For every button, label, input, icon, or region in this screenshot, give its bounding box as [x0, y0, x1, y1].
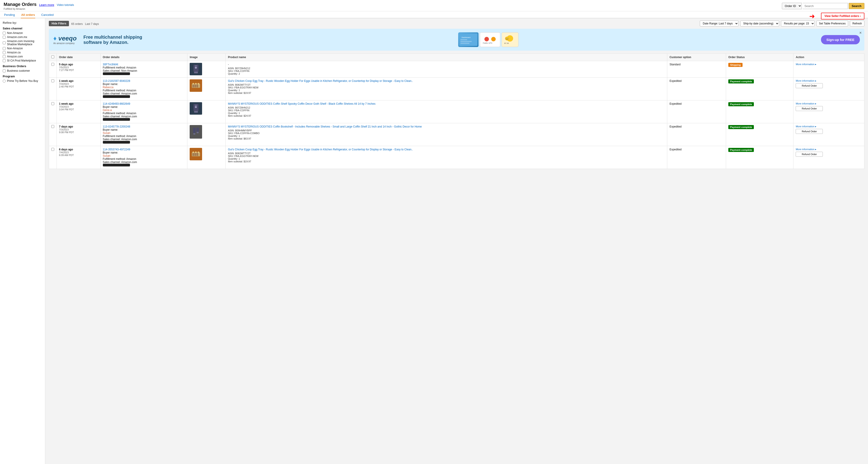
filter-amazon-mx[interactable]: Amazon.com.mx	[3, 35, 42, 39]
row2-more-info[interactable]: More information ▸	[796, 80, 862, 82]
row3-product-link[interactable]: MANNY'S MYSTERIOUS ODDITIES Coffin Shelf…	[228, 102, 375, 105]
row1-sales-channel: Sales channel: Non-Amazon	[103, 69, 137, 72]
row1-product: - ASIN: B07Z8HN212 SKU: FBA-COFFIN Quant…	[225, 61, 667, 78]
date-range-select[interactable]: Date Range: Last 7 days	[700, 21, 739, 27]
order-count: 65 orders Last 7 days	[71, 22, 99, 26]
filter-prime-try-radio[interactable]	[3, 80, 6, 83]
row3-customer-option: Expedited	[667, 100, 726, 123]
row3-buyer-label: Buyer name:	[103, 105, 118, 109]
row5-select[interactable]	[51, 148, 54, 151]
row3-select[interactable]	[51, 102, 54, 105]
signup-button[interactable]: Sign-up for FREE	[821, 35, 860, 44]
filter-business-customer[interactable]: Business customer	[3, 69, 42, 72]
row4-select[interactable]	[51, 125, 54, 128]
row1-status: Shipping	[726, 61, 794, 78]
svg-rect-28	[193, 127, 196, 133]
hide-filters-button[interactable]: Hide Filters	[49, 21, 69, 26]
row1-product-img	[190, 63, 202, 75]
row5-details: 114-3553743-4972249 Buyer name: Susan Fu…	[100, 146, 187, 169]
row5-product-link[interactable]: Gui's Chicken Coop Egg Tray - Rustic Woo…	[228, 148, 413, 151]
select-all-checkbox[interactable]	[51, 55, 54, 58]
row5-action: More information ▸ Refund Order	[794, 146, 864, 169]
results-per-page-select[interactable]: Results per page: 15	[781, 21, 815, 27]
view-seller-fulfilled-btn[interactable]: View Seller Fulfilled orders ›	[821, 13, 865, 20]
row3-more-info[interactable]: More information ▸	[796, 102, 862, 105]
row2-refund-btn[interactable]: Refund Order	[796, 83, 823, 88]
row1-order-id[interactable]: 30FTm3h64t	[103, 63, 118, 66]
sidebar: Refine by: Sales channel Non-Amazon Amaz…	[0, 18, 45, 464]
ad-logo-text: ♦ veeqo	[53, 35, 76, 42]
filter-amazon-ca-checkbox[interactable]	[3, 51, 6, 54]
row4-order-id[interactable]: 113-0245778-2200248	[103, 125, 130, 128]
row2-order-id[interactable]: 113-2181597-9040228	[103, 80, 130, 83]
svg-rect-30	[193, 133, 195, 134]
header-left: Manage Orders Learn more Video tutorials…	[4, 2, 74, 10]
search-button[interactable]: Search	[849, 3, 864, 9]
refresh-button[interactable]: Refresh	[850, 21, 864, 27]
filter-business-customer-checkbox[interactable]	[3, 69, 6, 72]
svg-rect-25	[194, 111, 198, 113]
filter-amazon-invoicing-checkbox[interactable]	[3, 41, 6, 44]
view-seller-fulfilled-button[interactable]: View Seller Fulfilled orders ›	[821, 13, 865, 20]
filter-si-ca-checkbox[interactable]	[3, 59, 6, 62]
svg-rect-3	[460, 41, 472, 42]
filter-si-ca[interactable]: SI CA Prod Marketplace	[3, 59, 42, 62]
ship-by-select[interactable]: Ship-by date (ascending)	[740, 21, 779, 27]
row3-refund-btn[interactable]: Refund Order	[796, 106, 823, 111]
row2-buyer-name: Rebecca	[103, 86, 114, 89]
row4-customer-option: Expedited	[667, 123, 726, 146]
ad-logo: ♦ veeqo An amazon company	[53, 35, 76, 44]
filter-bar: Hide Filters 65 orders Last 7 days Date …	[49, 21, 864, 27]
th-product-name: Product name	[225, 54, 667, 61]
row2-select[interactable]	[51, 80, 54, 82]
filter-non-amazon-1[interactable]: Non-Amazon	[3, 31, 42, 35]
svg-point-37	[195, 152, 197, 153]
row5-refund-btn[interactable]: Refund Order	[796, 152, 823, 157]
row5-more-info[interactable]: More information ▸	[796, 148, 862, 151]
row3-buyer-name: Gene-a	[103, 109, 112, 112]
row4-refund-btn[interactable]: Refund Order	[796, 129, 823, 134]
row3-status-badge: Payment complete	[728, 102, 754, 106]
tab-pending[interactable]: Pending	[4, 11, 16, 18]
row4-action: More information ▸ Refund Order	[794, 123, 864, 146]
set-table-prefs-button[interactable]: Set Table Preferences	[816, 21, 848, 27]
row3-product: MANNY'S MYSTERIOUS ODDITIES Coffin Shelf…	[225, 100, 667, 123]
business-orders-title: Business Orders	[3, 64, 42, 68]
row2-product-link[interactable]: Gui's Chicken Coop Egg Tray - Rustic Woo…	[228, 80, 413, 83]
learn-more-link[interactable]: Learn more	[39, 3, 54, 6]
ad-banner: ♦ veeqo An amazon company Free multichan…	[49, 29, 864, 51]
filter-amazon-invoicing[interactable]: Amazon.com Invoicing Shadow Marketplace	[3, 39, 42, 46]
filter-non-amazon-2[interactable]: Non-Amazon	[3, 47, 42, 50]
row1-customer-option: Standard	[667, 61, 726, 78]
tab-all-orders[interactable]: All orders	[21, 11, 35, 18]
filter-amazon-com-checkbox[interactable]	[3, 55, 6, 58]
row1-select[interactable]	[51, 63, 54, 66]
filter-non-amazon-1-checkbox[interactable]	[3, 32, 6, 35]
row2-checkbox	[49, 78, 57, 100]
ad-image-3: 😊$7.36	[502, 32, 519, 47]
row4-more-info[interactable]: More information ▸	[796, 125, 862, 128]
row2-image	[187, 78, 225, 100]
row4-product-link[interactable]: MANNY'S MYSTERIOUS ODDITIES Coffin Books…	[228, 125, 422, 128]
order-count-sub: Last 7 days	[85, 22, 99, 26]
row3-order-id[interactable]: 114-4249493-8602649	[103, 102, 130, 105]
filter-non-amazon-2-checkbox[interactable]	[3, 47, 6, 50]
tab-canceled[interactable]: Canceled	[41, 11, 54, 18]
filter-prime-try[interactable]: Prime Try Before You Buy	[3, 80, 42, 83]
ad-close-button[interactable]: ×	[859, 31, 862, 35]
row1-more-info[interactable]: More information ▸	[796, 63, 862, 66]
row5-order-id[interactable]: 114-3553743-4972249	[103, 148, 130, 151]
filter-amazon-com[interactable]: Amazon.com	[3, 55, 42, 58]
page-title: Manage Orders	[4, 2, 37, 7]
table-row: 6 days ago 7/4/2023 6:09 AM PDT 114-3553…	[49, 146, 864, 169]
search-type-select[interactable]: Order ID	[782, 3, 802, 9]
video-tutorials-link[interactable]: Video tutorials	[57, 3, 74, 6]
table-row: 5 days ago 7/5/2023 7:27 PM PDT 30FTm3h6…	[49, 61, 864, 78]
filter-amazon-ca[interactable]: Amazon.ca	[3, 51, 42, 54]
search-input[interactable]	[803, 3, 848, 9]
row5-product: Gui's Chicken Coop Egg Tray - Rustic Woo…	[225, 146, 667, 169]
svg-rect-19	[194, 84, 196, 87]
svg-point-16	[195, 66, 197, 68]
row3-status: Payment complete	[726, 100, 794, 123]
filter-amazon-mx-checkbox[interactable]	[3, 36, 6, 39]
